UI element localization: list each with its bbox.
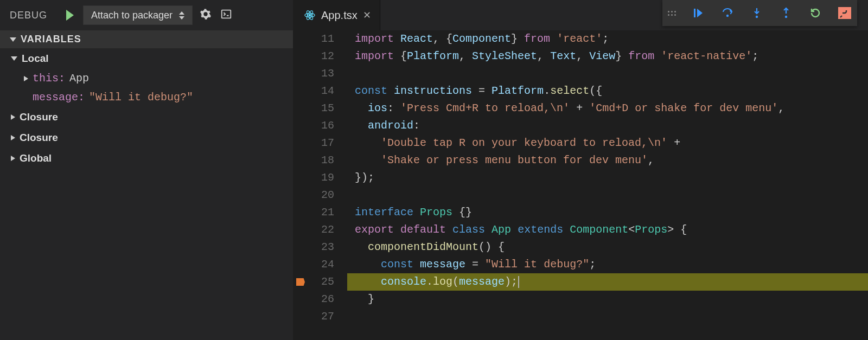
code-line[interactable]: ios: 'Press Cmd+R to reload,\n' + 'Cmd+D… (347, 100, 868, 117)
tab-filename: App.tsx (321, 9, 358, 22)
code-line[interactable]: 'Double tap R on your keyboard to reload… (347, 134, 868, 152)
scope-local[interactable]: Local (0, 48, 293, 69)
debug-config-label: Attach to packager (91, 10, 173, 21)
chevron-down-icon (11, 56, 17, 61)
variable-name: message: (33, 91, 85, 104)
code-line[interactable] (347, 187, 868, 204)
editor-body[interactable]: 1112131415161718192021222324252627 impor… (293, 30, 868, 340)
disconnect-button[interactable] (838, 7, 852, 19)
line-number[interactable]: 16 (293, 117, 334, 134)
scope-label: Closure (20, 111, 58, 123)
line-number[interactable]: 11 (293, 30, 334, 48)
debug-config-select[interactable]: Attach to packager (83, 5, 193, 25)
variable-row[interactable]: message: "Will it debug?" (0, 88, 293, 107)
variables-section-header[interactable]: VARIABLES (0, 30, 293, 48)
react-icon (304, 9, 316, 21)
code-area[interactable]: import React, {Component} from 'react';i… (347, 30, 868, 340)
code-line[interactable]: 'Shake or press menu button for dev menu… (347, 152, 868, 169)
code-line[interactable]: export default class App extends Compone… (347, 221, 868, 239)
play-icon (66, 10, 74, 21)
code-line[interactable]: android: (347, 117, 868, 134)
step-over-button[interactable] (720, 7, 735, 20)
code-line[interactable] (347, 65, 868, 82)
variable-value: App (69, 72, 89, 85)
scope-label: Global (20, 152, 52, 164)
cursor (518, 276, 519, 288)
code-line[interactable]: interface Props {} (347, 204, 868, 221)
line-number[interactable]: 22 (293, 221, 334, 239)
chevron-down-icon (10, 37, 16, 42)
debug-title: DEBUG (10, 10, 47, 21)
code-line[interactable]: const message = "Will it debug?"; (347, 256, 868, 273)
variables-section-label: VARIABLES (21, 34, 81, 45)
scope-label: Closure (20, 132, 58, 144)
debug-header: DEBUG Attach to packager (0, 0, 293, 30)
line-number[interactable]: 13 (293, 65, 334, 82)
line-number[interactable]: 12 (293, 48, 334, 65)
svg-point-5 (309, 14, 311, 16)
debug-console-icon[interactable] (219, 8, 234, 22)
chevron-right-icon (11, 156, 15, 161)
scope-closure[interactable]: Closure (0, 127, 293, 148)
code-line[interactable]: }); (347, 169, 868, 187)
chevron-right-icon (11, 114, 15, 120)
chevron-right-icon (24, 76, 28, 81)
debug-sidebar: DEBUG Attach to packager VARIABLES Local… (0, 0, 293, 340)
code-line[interactable]: import React, {Component} from 'react'; (347, 30, 868, 48)
close-icon[interactable]: ✕ (363, 9, 371, 21)
variable-value: "Will it debug?" (89, 91, 193, 104)
step-out-button[interactable] (779, 7, 793, 20)
line-number[interactable]: 24 (293, 256, 334, 273)
variable-row[interactable]: this: App (0, 69, 293, 88)
step-into-button[interactable] (750, 7, 764, 20)
code-line[interactable]: componentDidMount() { (347, 239, 868, 256)
select-caret-icon (179, 11, 184, 20)
line-number[interactable]: 26 (293, 291, 334, 308)
svg-rect-1 (694, 9, 695, 17)
restart-button[interactable] (808, 7, 822, 20)
svg-point-2 (726, 15, 729, 17)
debug-toolbar (662, 0, 857, 26)
toolbar-drag-handle[interactable] (668, 11, 676, 16)
line-number[interactable]: 20 (293, 187, 334, 204)
code-line[interactable]: } (347, 291, 868, 308)
line-number[interactable]: 19 (293, 169, 334, 187)
line-gutter: 1112131415161718192021222324252627 (293, 30, 347, 340)
breakpoint-icon[interactable] (296, 278, 305, 286)
line-number[interactable]: 14 (293, 82, 334, 100)
line-number[interactable]: 27 (293, 308, 334, 325)
variable-name: this: (33, 72, 65, 85)
continue-button[interactable] (691, 7, 705, 20)
code-line[interactable]: import {Platform, StyleSheet, Text, View… (347, 48, 868, 65)
line-number[interactable]: 23 (293, 239, 334, 256)
tab-app-tsx[interactable]: App.tsx ✕ (293, 0, 380, 30)
disconnect-icon (838, 7, 851, 19)
gear-icon[interactable] (198, 8, 213, 22)
start-debug-button[interactable] (62, 10, 78, 21)
svg-point-4 (785, 16, 787, 18)
scope-label: Local (22, 53, 49, 65)
code-line[interactable]: console.log(message); (347, 273, 868, 291)
line-number[interactable]: 15 (293, 100, 334, 117)
scopes-list: Localthis: Appmessage: "Will it debug?"C… (0, 48, 293, 169)
line-number[interactable]: 21 (293, 204, 334, 221)
svg-point-3 (756, 16, 758, 18)
line-number[interactable]: 18 (293, 152, 334, 169)
chevron-right-icon (11, 135, 15, 140)
editor-pane: App.tsx ✕ 111213141516171819202122232425… (293, 0, 868, 340)
scope-closure[interactable]: Closure (0, 107, 293, 127)
scope-global[interactable]: Global (0, 148, 293, 169)
svg-rect-0 (222, 10, 231, 18)
line-number[interactable]: 17 (293, 134, 334, 152)
code-line[interactable] (347, 308, 868, 325)
code-line[interactable]: const instructions = Platform.select({ (347, 82, 868, 100)
